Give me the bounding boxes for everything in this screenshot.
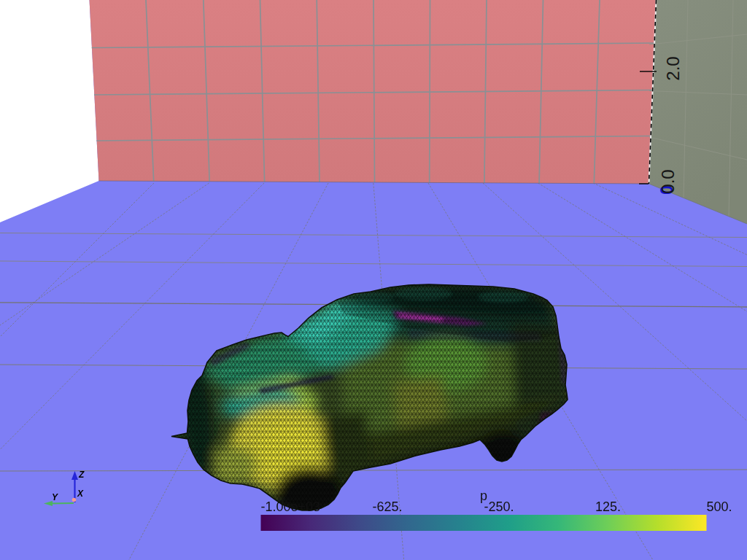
svg-text:p: p <box>480 489 487 503</box>
svg-text:2.0: 2.0 <box>663 56 683 80</box>
svg-text:X: X <box>77 489 84 499</box>
svg-text:Y: Y <box>52 492 58 502</box>
svg-text:-1.00e+03: -1.00e+03 <box>261 499 321 514</box>
svg-text:500.: 500. <box>707 499 732 514</box>
svg-text:Z: Z <box>78 470 85 480</box>
svg-text:-625.: -625. <box>373 499 403 514</box>
svg-text:125.: 125. <box>595 499 621 514</box>
svg-text:0.0: 0.0 <box>658 169 678 193</box>
svg-text:-250.: -250. <box>484 499 514 514</box>
